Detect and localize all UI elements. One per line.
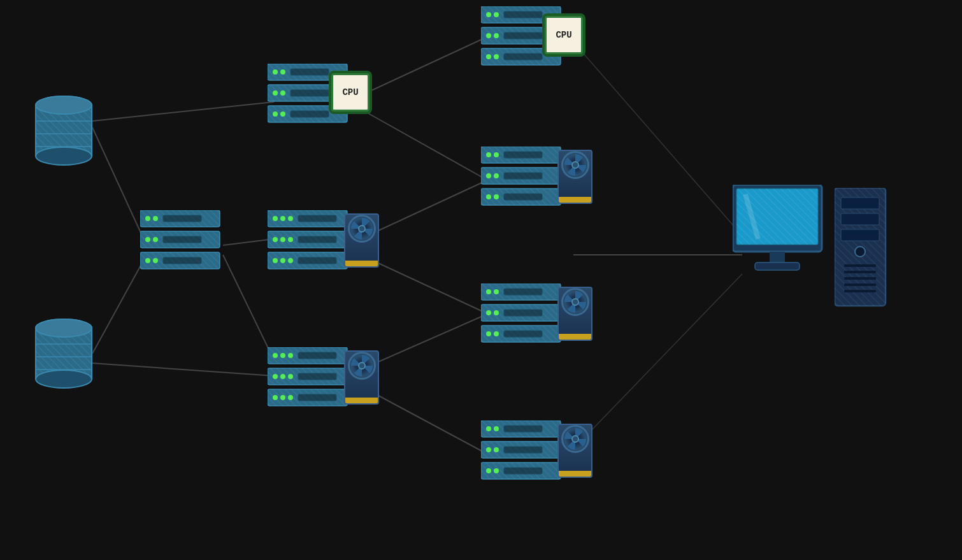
server-group-2: CPU [268, 64, 350, 127]
server-group-3 [268, 210, 350, 273]
server-group-1 [140, 210, 223, 273]
svg-rect-183 [844, 277, 876, 280]
svg-point-106 [486, 12, 491, 17]
svg-point-154 [486, 426, 491, 431]
svg-rect-96 [298, 373, 336, 380]
svg-line-0 [92, 127, 147, 245]
svg-rect-108 [504, 11, 542, 18]
svg-point-133 [494, 194, 499, 199]
svg-point-52 [273, 69, 278, 75]
svg-point-132 [486, 194, 491, 199]
svg-point-122 [486, 152, 491, 157]
svg-point-180 [855, 247, 865, 257]
svg-point-143 [486, 310, 491, 315]
svg-rect-129 [504, 173, 542, 179]
svg-rect-48 [163, 257, 201, 264]
svg-rect-90 [298, 352, 336, 359]
svg-point-69 [280, 216, 285, 221]
svg-point-138 [486, 289, 491, 294]
svg-rect-177 [841, 197, 879, 209]
svg-line-14 [570, 274, 742, 452]
svg-rect-124 [504, 152, 542, 158]
svg-point-155 [494, 426, 499, 431]
svg-point-88 [280, 353, 285, 358]
svg-rect-113 [504, 32, 542, 39]
svg-point-76 [288, 237, 293, 242]
database-2 [32, 312, 96, 395]
svg-point-112 [494, 33, 499, 38]
svg-rect-145 [504, 310, 542, 316]
svg-rect-156 [504, 426, 542, 432]
svg-point-160 [494, 447, 499, 452]
server-group-4 [268, 347, 350, 410]
svg-point-123 [494, 152, 499, 157]
svg-rect-150 [504, 331, 542, 337]
svg-point-58 [280, 90, 285, 96]
svg-rect-83 [298, 257, 336, 264]
svg-point-20 [36, 96, 92, 114]
diagram-container: CPU [0, 0, 962, 560]
svg-point-41 [145, 237, 150, 242]
svg-point-165 [494, 468, 499, 473]
svg-point-75 [280, 237, 285, 242]
svg-rect-71 [298, 215, 336, 222]
tower-pc [835, 188, 898, 315]
svg-line-13 [570, 38, 742, 236]
svg-line-3 [92, 363, 274, 376]
svg-point-148 [486, 331, 491, 336]
svg-point-81 [280, 258, 285, 263]
svg-line-1 [92, 102, 274, 121]
svg-point-46 [145, 258, 150, 263]
svg-rect-184 [844, 284, 876, 286]
svg-point-117 [494, 54, 499, 59]
svg-rect-64 [291, 111, 329, 117]
server-group-6 [481, 147, 564, 210]
svg-point-53 [280, 69, 285, 75]
svg-point-107 [494, 12, 499, 17]
svg-point-29 [36, 319, 92, 337]
gpu-card-5 [557, 424, 592, 478]
svg-rect-59 [291, 90, 329, 96]
server-group-8 [481, 420, 564, 484]
svg-line-10 [223, 239, 274, 245]
svg-rect-43 [163, 236, 201, 243]
svg-point-128 [494, 173, 499, 178]
svg-point-101 [288, 395, 293, 400]
gpu-card-2 [344, 350, 379, 405]
svg-point-82 [288, 258, 293, 263]
gpu-card-1 [344, 213, 379, 268]
svg-point-159 [486, 447, 491, 452]
svg-rect-140 [504, 289, 542, 295]
svg-point-37 [153, 216, 158, 221]
svg-rect-161 [504, 447, 542, 453]
svg-rect-166 [504, 468, 542, 474]
svg-point-127 [486, 173, 491, 178]
svg-rect-181 [844, 264, 876, 267]
svg-rect-102 [298, 394, 336, 401]
svg-point-99 [273, 395, 278, 400]
cpu-chip-1: CPU [331, 73, 370, 111]
svg-point-74 [273, 237, 278, 242]
svg-point-93 [273, 374, 278, 379]
cpu-label-2: CPU [556, 30, 571, 40]
svg-point-116 [486, 54, 491, 59]
svg-point-80 [273, 258, 278, 263]
svg-point-164 [486, 468, 491, 473]
svg-point-89 [288, 353, 293, 358]
svg-point-95 [288, 374, 293, 379]
svg-point-100 [280, 395, 285, 400]
gpu-card-3 [557, 150, 592, 204]
svg-point-139 [494, 289, 499, 294]
svg-point-62 [273, 111, 278, 117]
svg-point-19 [36, 147, 92, 165]
database-1 [32, 89, 96, 172]
svg-line-11 [223, 255, 274, 360]
svg-point-94 [280, 374, 285, 379]
svg-point-28 [36, 370, 92, 388]
cpu-label-1: CPU [342, 87, 358, 97]
svg-point-47 [153, 258, 158, 263]
svg-line-5 [354, 105, 484, 178]
svg-point-36 [145, 216, 150, 221]
server-group-5: CPU [481, 6, 564, 69]
svg-line-2 [92, 255, 147, 354]
